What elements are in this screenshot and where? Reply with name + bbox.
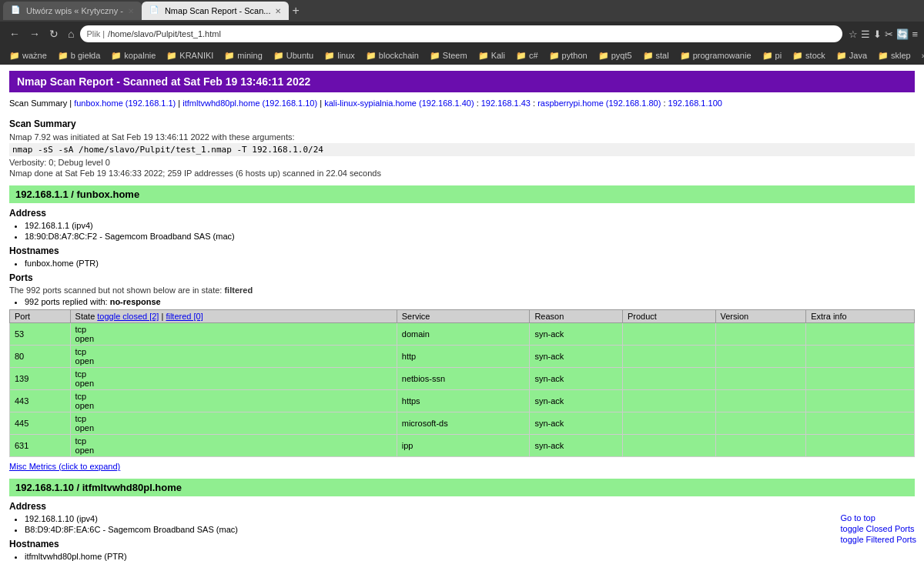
ports-filtered-info-funbox: The 992 ports scanned but not shown belo… [9, 286, 915, 295]
bookmark-pyqt5[interactable]: 📁pyqt5 [594, 49, 637, 62]
bookmark-label: Steem [443, 51, 467, 60]
table-row: 53 tcpopen domain syn-ack [10, 323, 915, 346]
bookmark-stal[interactable]: 📁stal [638, 49, 674, 62]
back-button[interactable]: ← [6, 26, 23, 42]
goto-top-link[interactable]: Go to top [841, 513, 916, 523]
folder-icon: 📁 [324, 51, 335, 61]
th-product: Product [622, 310, 715, 323]
address-text: /home/slavo/Pulpit/test_1.html [108, 29, 836, 38]
bookmark-pi[interactable]: 📁pi [758, 49, 787, 62]
bookmark-more[interactable]: » [917, 49, 924, 62]
folder-icon: 📁 [9, 51, 20, 61]
bookmark-b-gielda[interactable]: 📁b giełda [53, 49, 105, 62]
no-response-label: no-response [110, 297, 161, 306]
bookmark-cs[interactable]: 📁c# [511, 49, 543, 62]
td-product [622, 346, 715, 368]
verbosity-text: Verbosity: 0; Debug level 0 [9, 158, 915, 167]
folder-icon: 📁 [516, 51, 527, 61]
bookmark-python[interactable]: 📁python [544, 49, 592, 62]
host-funbox-link[interactable]: 192.168.1.1 / funbox.home [15, 189, 139, 200]
td-port: 53 [10, 323, 71, 346]
hostnames-title-itfmltvwhd80pl: Hostnames [9, 539, 915, 549]
bookmark-steem[interactable]: 📁Steem [425, 49, 472, 62]
bookmark-kali[interactable]: 📁Kali [474, 49, 510, 62]
forward-button[interactable]: → [26, 26, 43, 42]
td-product [622, 323, 715, 346]
bookmark-blockchain[interactable]: 📁blockchain [361, 49, 424, 62]
host-itfmltvwhd80pl-link[interactable]: 192.168.1.10 / itfmltvwhd80pl.home [15, 482, 182, 493]
bookmark-kraniki[interactable]: 📁KRANIKI [162, 49, 218, 62]
bookmark-linux[interactable]: 📁linux [320, 49, 360, 62]
reload-button[interactable]: ↻ [46, 26, 62, 42]
link-192-168-1-100[interactable]: 192.168.1.100 [668, 99, 722, 108]
td-product [622, 412, 715, 435]
link-kali[interactable]: kali-linux-sypialnia.home (192.168.1.40) [324, 99, 474, 108]
toggle-closed-link[interactable]: toggle closed [2] [97, 312, 159, 321]
bookmark-java[interactable]: 📁Java [832, 49, 872, 62]
td-extra [806, 346, 915, 368]
td-product [622, 435, 715, 457]
tab-inactive-label: Utwórz wpis « Krytyczny - [26, 6, 123, 15]
home-button[interactable]: ⌂ [65, 26, 77, 42]
bookmark-programowanie[interactable]: 📁programowanie [675, 49, 756, 62]
tab-close-icon[interactable]: ✕ [128, 7, 134, 15]
bookmark-ubuntu[interactable]: 📁Ubuntu [269, 49, 318, 62]
td-port: 139 [10, 368, 71, 390]
link-funbox[interactable]: funbox.home (192.168.1.1) [74, 99, 176, 108]
td-service: http [397, 346, 530, 368]
td-reason: syn-ack [530, 435, 623, 457]
pocket-icon[interactable]: ⬇ [873, 28, 882, 40]
star-icon[interactable]: ☆ [849, 28, 858, 40]
tab-inactive[interactable]: 📄 Utwórz wpis « Krytyczny - ✕ [3, 2, 142, 20]
address-title-funbox: Address [9, 208, 915, 219]
bookmark-mining[interactable]: 📁mining [219, 49, 266, 62]
bookmarks-bar: 📁ważne 📁b giełda 📁kopalnie 📁KRANIKI 📁min… [0, 46, 924, 65]
screenshot-icon[interactable]: ✂ [885, 28, 893, 40]
link-192-168-1-43[interactable]: 192.168.1.43 [481, 99, 531, 108]
toggle-closed-ports-link[interactable]: toggle Closed Ports [841, 524, 916, 533]
td-product [622, 390, 715, 412]
menu-icon[interactable]: ≡ [912, 28, 918, 40]
td-extra [806, 390, 915, 412]
bookmark-stock[interactable]: 📁stock [788, 49, 830, 62]
ports-noresp-list-funbox: 992 ports replied with: no-response [25, 297, 915, 306]
bookmark-label: sklep [891, 51, 911, 60]
tab-active[interactable]: 📄 Nmap Scan Report - Scan... ✕ [142, 2, 290, 20]
td-extra [806, 412, 915, 435]
link-raspberrypi[interactable]: raspberrypi.home (192.168.1.80) [537, 99, 661, 108]
list-item: B8:D9:4D:8F:EA:6C - Sagemcom Broadband S… [25, 525, 915, 534]
td-port: 80 [10, 346, 71, 368]
sync-icon[interactable]: 🔄 [896, 28, 909, 40]
td-reason: syn-ack [530, 390, 623, 412]
folder-icon: 📁 [792, 51, 803, 61]
link-itfmltvwhd80pl[interactable]: itfmltvwhd80pl.home (192.168.1.10) [182, 99, 317, 108]
td-version [715, 390, 806, 412]
reader-icon[interactable]: ☰ [861, 28, 870, 40]
folder-icon: 📁 [430, 51, 440, 61]
td-port: 445 [10, 412, 71, 435]
misc-metrics-funbox[interactable]: Misc Metrics (click to expand) [9, 462, 915, 471]
scan-text-line1: Nmap 7.92 was initiated at Sat Feb 19 13… [9, 132, 915, 142]
folder-icon: 📁 [878, 51, 889, 61]
td-port: 443 [10, 390, 71, 412]
bookmark-kopalnie[interactable]: 📁kopalnie [106, 49, 160, 62]
td-extra [806, 323, 915, 346]
tab-active-close-icon[interactable]: ✕ [275, 7, 281, 15]
address-bar[interactable]: Plik | /home/slavo/Pulpit/test_1.html [80, 25, 842, 42]
bookmark-label: linux [337, 51, 355, 60]
bookmark-label: Ubuntu [286, 51, 313, 60]
tab-add-button[interactable]: + [292, 4, 299, 18]
bookmark-wazne[interactable]: 📁ważne [5, 49, 52, 62]
toggle-filtered-ports-link[interactable]: toggle Filtered Ports [841, 535, 916, 544]
ports-table-funbox: Port State toggle closed [2] | filtered … [9, 309, 915, 457]
bookmark-label: Java [849, 51, 867, 60]
bookmark-sklep[interactable]: 📁sklep [873, 49, 916, 62]
td-version [715, 323, 806, 346]
table-row: 80 tcpopen http syn-ack [10, 346, 915, 368]
nav-bar: ← → ↻ ⌂ Plik | /home/slavo/Pulpit/test_1… [0, 22, 924, 46]
toggle-filtered-link[interactable]: filtered [0] [166, 312, 203, 321]
bookmark-label: c# [529, 51, 538, 60]
folder-icon: 📁 [58, 51, 69, 61]
address-list-funbox: 192.168.1.1 (ipv4) 18:90:D8:A7:8C:F2 - S… [25, 221, 915, 241]
misc-metrics-link[interactable]: Misc Metrics (click to expand) [9, 462, 120, 471]
